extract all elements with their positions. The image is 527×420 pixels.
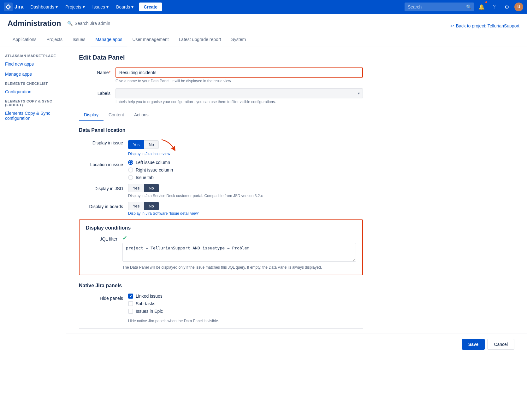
notification-badge [485, 1, 488, 4]
name-input[interactable] [115, 67, 363, 78]
cancel-button[interactable]: Cancel [487, 339, 514, 350]
page-title: Edit Data Panel [79, 54, 514, 61]
jira-logo[interactable]: Jira [4, 3, 23, 11]
checkbox-issues-in-epic[interactable]: Issues in Epic [128, 309, 163, 314]
sidebar-section-atlassian: ATLASSIAN MARKETPLACE [0, 51, 66, 59]
nav-boards[interactable]: Boards ▾ [113, 3, 137, 11]
native-panels-hint: Hide native Jira panels when the Data Pa… [128, 319, 363, 323]
tab-content[interactable]: Content [104, 109, 129, 121]
labels-row: Labels ▾ Labels help you to organise you… [79, 88, 363, 104]
nav-issues[interactable]: Issues ▾ [89, 3, 112, 11]
admin-search[interactable]: 🔍 Search Jira admin [67, 21, 110, 26]
sidebar-section-elements-copy: ELEMENTS COPY & SYNC (EXOCET) [0, 97, 66, 108]
red-arrow-annotation [160, 138, 176, 151]
main-content: Edit Data Panel Name* Give a name to you… [66, 46, 527, 420]
labels-select[interactable] [115, 88, 363, 98]
chevron-down-icon: ▾ [106, 4, 109, 9]
display-in-boards-hint: Display in Jira Software "Issue detail v… [128, 211, 199, 216]
jql-field-wrapper: ✔ project = TellurianSupport AND issuety… [122, 235, 356, 263]
chevron-down-icon: ▾ [83, 4, 85, 9]
help-button[interactable]: ? [489, 2, 499, 12]
create-button[interactable]: Create [139, 3, 162, 11]
subnav-upgrade-report[interactable]: Latest upgrade report [174, 33, 226, 46]
display-in-issue-label: Display in issue [79, 138, 123, 145]
search-icon: 🔍 [466, 4, 471, 9]
footer-bar: Save Cancel [66, 334, 527, 355]
display-in-boards-toggle: Yes No [128, 202, 199, 210]
nav-projects[interactable]: Projects ▾ [62, 3, 88, 11]
display-in-issue-hint: Display in Jira issue view [128, 152, 176, 156]
page-layout: ATLASSIAN MARKETPLACE Find new apps Mana… [0, 46, 527, 420]
jql-hint: The Data Panel will be displayed only if… [122, 265, 356, 270]
display-in-boards-no-btn[interactable]: No [144, 202, 159, 210]
display-in-issue-yes-btn[interactable]: Yes [128, 140, 144, 149]
settings-button[interactable]: ⚙ [502, 2, 512, 12]
display-in-boards-label: Display in boards [79, 202, 123, 209]
display-in-issue-no-btn[interactable]: No [144, 140, 159, 149]
required-star: * [109, 70, 110, 75]
sub-nav: Applications Projects Issues Manage apps… [0, 33, 527, 46]
location-in-issue-label: Location in issue [79, 160, 123, 167]
sidebar-section-elements-checklist: ELEMENTS CHECKLIST [0, 79, 66, 87]
search-wrapper: 🔍 [405, 3, 474, 11]
subnav-manage-apps[interactable]: Manage apps [91, 33, 127, 46]
nav-dashboards[interactable]: Dashboards ▾ [27, 3, 61, 11]
admin-header: Administration 🔍 Search Jira admin ↩ Bac… [0, 14, 527, 33]
search-input[interactable] [405, 3, 474, 11]
hide-panels-label: Hide panels [79, 294, 123, 301]
radio-left-checked [128, 160, 133, 165]
tab-actions[interactable]: Actions [129, 109, 154, 121]
subnav-applications[interactable]: Applications [8, 33, 42, 46]
sidebar-item-configuration[interactable]: Configuration [0, 87, 66, 97]
subnav-system[interactable]: System [226, 33, 251, 46]
sidebar-item-elements-copy-sync[interactable]: Elements Copy & Sync configuration [0, 108, 66, 123]
subnav-issues[interactable]: Issues [68, 33, 90, 46]
display-in-boards-controls: Yes No Display in Jira Software "Issue d… [128, 202, 199, 216]
radio-left-column[interactable]: Left issue column [128, 160, 173, 165]
jql-status-icon: ✔ [122, 235, 356, 242]
radio-right-unchecked [128, 167, 133, 172]
checkbox-linked-issues[interactable]: ✓ Linked issues [128, 294, 163, 299]
labels-field-wrapper: ▾ Labels help you to organise your confi… [115, 88, 363, 104]
top-nav-right: 🔍 🔔 ? ⚙ U [405, 2, 523, 12]
back-arrow-icon: ↩ [450, 23, 454, 28]
jql-textarea[interactable]: project = TellurianSupport AND issuetype… [122, 243, 356, 262]
admin-header-left: Administration 🔍 Search Jira admin [8, 19, 110, 33]
search-icon: 🔍 [67, 21, 73, 26]
subnav-projects[interactable]: Projects [42, 33, 68, 46]
back-to-project-link[interactable]: ↩ Back to project: TellurianSupport [450, 23, 519, 28]
back-to-project-label: Back to project: TellurianSupport [456, 23, 519, 28]
display-conditions-box: Display conditions JQL filter ✔ project … [79, 219, 363, 275]
sidebar-item-find-new-apps[interactable]: Find new apps [0, 59, 66, 69]
name-hint: Give a name to your Data Panel. It will … [115, 79, 363, 83]
labels-select-wrapper: ▾ [115, 88, 363, 98]
display-in-issue-toggle: Yes No [128, 140, 159, 149]
radio-issue-tab[interactable]: Issue tab [128, 175, 173, 180]
labels-label: Labels [79, 88, 110, 96]
tabs: Display Content Actions [79, 109, 363, 121]
form-section: Name* Give a name to your Data Panel. It… [79, 67, 363, 329]
jql-row: JQL filter ✔ project = TellurianSupport … [86, 235, 356, 263]
checkbox-linked-checked: ✓ [128, 294, 133, 299]
name-row: Name* Give a name to your Data Panel. It… [79, 67, 363, 83]
save-button[interactable]: Save [462, 339, 485, 350]
top-nav: Jira Dashboards ▾ Projects ▾ Issues ▾ Bo… [0, 0, 527, 14]
location-radio-group: Left issue column Right issue column Iss… [128, 160, 173, 180]
display-in-boards-yes-btn[interactable]: Yes [128, 202, 144, 210]
sidebar-item-manage-apps[interactable]: Manage apps [0, 69, 66, 79]
radio-right-column[interactable]: Right issue column [128, 167, 173, 172]
native-panels-title: Native Jira panels [79, 283, 363, 289]
display-in-jsd-row: Display in JSD Yes No Display in Jira Se… [79, 184, 363, 198]
avatar[interactable]: U [514, 3, 523, 11]
display-in-jsd-yes-btn[interactable]: Yes [128, 184, 144, 192]
checkbox-sub-tasks[interactable]: Sub-tasks [128, 301, 163, 306]
display-in-jsd-no-btn[interactable]: No [144, 184, 159, 192]
labels-hint: Labels help you to organise your configu… [115, 100, 363, 104]
admin-search-label: Search Jira admin [74, 21, 110, 26]
tab-display[interactable]: Display [79, 109, 104, 121]
admin-title: Administration [8, 19, 61, 28]
subnav-user-management[interactable]: User management [127, 33, 174, 46]
chevron-down-icon: ▾ [131, 4, 133, 9]
notifications-button[interactable]: 🔔 [477, 2, 487, 12]
checkbox-epic-unchecked [128, 309, 133, 314]
